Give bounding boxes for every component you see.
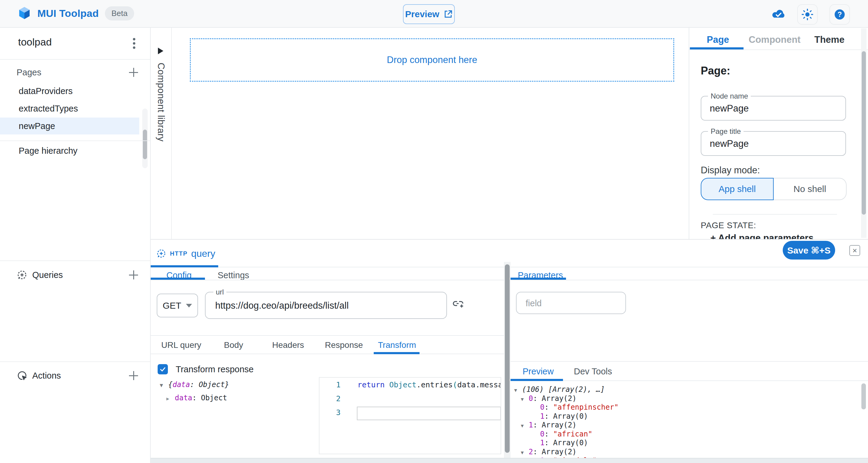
node-name-input[interactable] <box>709 96 837 121</box>
tab-dev-tools[interactable]: Dev Tools <box>574 367 612 376</box>
result-json-tree: ▼(106) [Array(2), …] ▼0: Array(2) 0: "af… <box>510 385 860 463</box>
open-in-new-icon <box>444 10 453 19</box>
http-method-select[interactable]: GET <box>157 294 198 317</box>
http-method-value: GET <box>163 301 181 311</box>
tab-transform[interactable]: Transform <box>378 340 416 350</box>
json-row[interactable]: 1: Array(0) <box>510 412 860 421</box>
display-mode-label: Display mode: <box>701 165 760 176</box>
page-title-input[interactable] <box>709 132 837 156</box>
json-row[interactable]: ▼1: Array(2) <box>510 421 860 430</box>
page-title-field: Page title <box>701 131 846 156</box>
divider <box>0 141 150 141</box>
sidebar-item-dataproviders[interactable]: dataProviders <box>0 83 139 99</box>
project-name: toolpad <box>18 36 52 48</box>
pages-scrollbar[interactable] <box>142 109 148 168</box>
transform-response-checkbox[interactable] <box>158 364 168 374</box>
tab-url-query[interactable]: URL query <box>161 340 201 350</box>
url-input[interactable] <box>215 292 439 319</box>
expand-library-icon <box>158 48 163 54</box>
tab-body[interactable]: Body <box>224 340 243 350</box>
inspector-heading: Page: <box>701 64 730 77</box>
page-item-label: newPage <box>19 121 55 131</box>
tab-settings[interactable]: Settings <box>218 270 249 280</box>
app-title: MUI Toolpad <box>37 7 99 19</box>
divider <box>0 59 150 60</box>
display-mode-toggle: App shell No shell <box>701 178 846 200</box>
line-number: 1 <box>319 380 341 389</box>
add-action-button[interactable] <box>128 370 138 381</box>
query-name-label: query <box>191 248 215 259</box>
add-query-button[interactable] <box>128 270 138 280</box>
sidebar-item-extractedtypes[interactable]: extractedTypes <box>0 100 139 117</box>
parameter-field <box>516 292 626 314</box>
preview-button-label: Preview <box>405 9 439 19</box>
active-tab-indicator <box>690 47 744 50</box>
add-page-parameters-button[interactable]: + Add page parameters <box>710 233 814 239</box>
tree-node-root[interactable]: ▼{data: Object} <box>160 378 229 392</box>
sidebar-item-newpage[interactable]: newPage <box>0 118 139 134</box>
json-row[interactable]: ▼0: Array(2) <box>510 394 860 403</box>
active-query-tab-indicator <box>151 265 218 267</box>
tab-headers[interactable]: Headers <box>272 340 304 350</box>
url-field: url <box>205 292 447 319</box>
tab-component[interactable]: Component <box>749 34 801 45</box>
line-number: 2 <box>319 394 341 403</box>
json-row[interactable]: ▼2: Array(2) <box>510 447 860 457</box>
inspector-scrollbar[interactable] <box>861 28 867 238</box>
result-scrollbar[interactable] <box>861 383 866 409</box>
component-library-rail[interactable]: Component library <box>151 28 172 239</box>
tab-response[interactable]: Response <box>325 340 363 350</box>
divider <box>0 362 150 362</box>
tree-node-data[interactable]: ▶data: Object <box>160 392 229 405</box>
scope-tree: ▼{data: Object} ▶data: Object <box>160 378 229 405</box>
close-panel-button[interactable]: × <box>849 245 860 256</box>
query-editor-panel: HTTP query Save ⌘+S × Config Settings GE… <box>151 239 868 463</box>
divider <box>713 214 837 215</box>
panel-splitter-scrollbar[interactable] <box>504 262 510 463</box>
parameter-field-input[interactable] <box>525 292 617 314</box>
app-shell-option[interactable]: App shell <box>701 178 774 200</box>
divider <box>510 280 868 280</box>
drop-zone[interactable]: Drop component here <box>190 38 674 82</box>
project-menu-button[interactable] <box>130 37 138 50</box>
transform-code-editor[interactable]: 1 return Object.entries(data.messag 2 3 <box>319 377 501 454</box>
chevron-down-icon <box>186 304 192 307</box>
active-result-tab-indicator <box>510 379 563 381</box>
code-line-1: return Object.entries(data.messag <box>358 380 501 389</box>
tab-preview[interactable]: Preview <box>523 367 554 376</box>
json-row[interactable]: 1: Array(0) <box>510 439 860 447</box>
divider <box>151 280 504 280</box>
json-row[interactable]: 0: "african" <box>510 430 860 439</box>
tab-page[interactable]: Page <box>707 34 729 45</box>
queries-section-label[interactable]: Queries <box>32 270 63 280</box>
mui-toolpad-logo-icon <box>18 6 31 21</box>
inspector-panel: Page Component Theme Page: Node name Pag… <box>689 28 868 239</box>
query-tab[interactable]: HTTP query <box>151 240 218 267</box>
line-number: 3 <box>319 408 341 417</box>
top-app-bar: MUI Toolpad Beta Preview <box>0 0 868 28</box>
component-library-label: Component library <box>156 63 166 142</box>
theme-toggle-button[interactable] <box>797 4 818 25</box>
active-subtab-indicator <box>374 352 420 354</box>
preview-button[interactable]: Preview <box>403 4 455 24</box>
no-shell-option[interactable]: No shell <box>774 178 846 200</box>
svg-text:?: ? <box>838 10 842 19</box>
brand: MUI Toolpad Beta <box>18 6 134 21</box>
add-page-button[interactable] <box>128 67 138 78</box>
triangle-down-icon: ▼ <box>160 379 168 392</box>
page-hierarchy-label[interactable]: Page hierarchy <box>19 146 78 156</box>
http-query-icon <box>156 248 166 259</box>
transform-response-label: Transform response <box>176 364 253 374</box>
tab-theme[interactable]: Theme <box>814 34 844 45</box>
active-parameters-tab-indicator <box>510 278 566 280</box>
actions-section-label[interactable]: Actions <box>32 371 61 381</box>
light-mode-sun-icon <box>801 8 813 21</box>
triangle-right-icon: ▶ <box>166 393 175 405</box>
save-button[interactable]: Save ⌘+S <box>783 241 835 259</box>
help-button[interactable]: ? <box>830 4 850 25</box>
mui-toolpad-app: MUI Toolpad Beta Preview <box>0 0 868 463</box>
json-row[interactable]: ▼(106) [Array(2), …] <box>510 385 860 394</box>
add-link-binding-icon[interactable] <box>452 298 464 310</box>
json-row[interactable]: 0: "affenpinscher" <box>510 403 860 412</box>
help-question-icon: ? <box>834 8 846 21</box>
